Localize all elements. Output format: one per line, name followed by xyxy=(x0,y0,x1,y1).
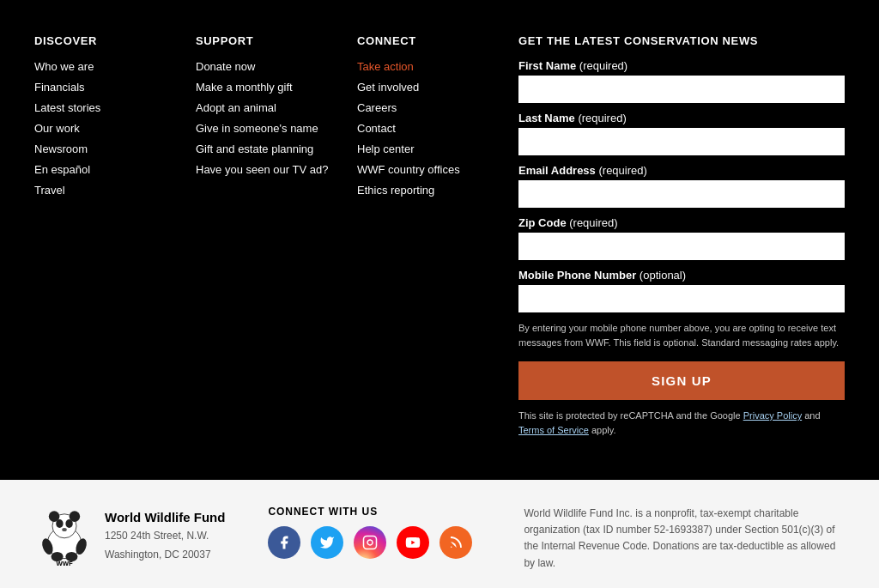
list-item: Get involved xyxy=(357,80,501,94)
list-item: Newsroom xyxy=(34,142,179,155)
org-address-line2: Washington, DC 20037 xyxy=(105,547,225,562)
support-link-donate[interactable]: Donate now xyxy=(196,60,255,73)
org-info: World Wildlife Fund 1250 24th Street, N.… xyxy=(105,510,225,562)
disclaimer-text: By entering your mobile phone number abo… xyxy=(518,321,845,349)
footer-top: DISCOVER Who we are Financials Latest st… xyxy=(0,0,879,480)
discover-column: DISCOVER Who we are Financials Latest st… xyxy=(34,34,179,437)
youtube-icon[interactable] xyxy=(397,526,429,559)
connect-link-contact[interactable]: Contact xyxy=(357,122,396,135)
signup-button[interactable]: SIGN UP xyxy=(518,361,845,400)
connect-link-country-offices[interactable]: WWF country offices xyxy=(357,163,460,176)
list-item: Careers xyxy=(357,100,501,114)
email-group: Email Address (required) xyxy=(518,164,845,208)
list-item: Travel xyxy=(34,183,179,197)
org-name: World Wildlife Fund xyxy=(105,510,225,524)
last-name-input[interactable] xyxy=(518,128,845,155)
connect-link-careers[interactable]: Careers xyxy=(357,101,397,114)
facebook-icon[interactable] xyxy=(268,526,300,559)
support-link-adopt[interactable]: Adopt an animal xyxy=(196,101,276,114)
list-item: Latest stories xyxy=(34,100,179,114)
last-name-label: Last Name (required) xyxy=(518,112,845,124)
terms-of-service-link[interactable]: Terms of Service xyxy=(518,425,589,435)
discover-links: Who we are Financials Latest stories Our… xyxy=(34,59,179,197)
connect-heading: CONNECT xyxy=(357,34,501,47)
list-item: Help center xyxy=(357,142,501,155)
list-item: Make a monthly gift xyxy=(196,80,340,94)
list-item: Have you seen our TV ad? xyxy=(196,162,340,176)
newsletter-column: GET THE LATEST CONSERVATION NEWS First N… xyxy=(518,34,845,437)
list-item: Donate now xyxy=(196,59,340,73)
connect-us-heading: CONNECT WITH US xyxy=(268,506,472,518)
list-item: Take action xyxy=(357,59,501,73)
discover-link-travel[interactable]: Travel xyxy=(34,184,65,197)
support-column: SUPPORT Donate now Make a monthly gift A… xyxy=(196,34,340,437)
social-icons xyxy=(268,526,472,559)
connect-link-take-action[interactable]: Take action xyxy=(357,60,414,73)
last-name-group: Last Name (required) xyxy=(518,112,845,155)
discover-link-who-we-are[interactable]: Who we are xyxy=(34,60,94,73)
support-link-gift-estate[interactable]: Gift and estate planning xyxy=(196,142,313,155)
connect-link-help-center[interactable]: Help center xyxy=(357,142,414,155)
list-item: Contact xyxy=(357,121,501,135)
recaptcha-text: This site is protected by reCAPTCHA and … xyxy=(518,409,845,437)
list-item: Our work xyxy=(34,121,179,135)
list-item: Ethics reporting xyxy=(357,183,501,197)
support-link-monthly[interactable]: Make a monthly gift xyxy=(196,81,293,94)
svg-point-4 xyxy=(56,519,63,528)
list-item: WWF country offices xyxy=(357,162,501,176)
first-name-input[interactable] xyxy=(518,76,845,103)
rss-icon[interactable] xyxy=(440,526,472,559)
support-heading: SUPPORT xyxy=(196,34,340,47)
discover-heading: DISCOVER xyxy=(34,34,179,47)
nonprofit-text: World Wildlife Fund Inc. is a nonprofit,… xyxy=(524,506,845,572)
discover-link-en-espanol[interactable]: En español xyxy=(34,163,90,176)
privacy-policy-link[interactable]: Privacy Policy xyxy=(743,410,802,421)
list-item: Gift and estate planning xyxy=(196,142,340,155)
discover-link-financials[interactable]: Financials xyxy=(34,81,85,94)
list-item: Give in someone's name xyxy=(196,121,340,135)
email-label: Email Address (required) xyxy=(518,164,845,177)
instagram-icon[interactable] xyxy=(354,526,386,559)
support-links: Donate now Make a monthly gift Adopt an … xyxy=(196,59,340,176)
svg-point-6 xyxy=(62,528,67,531)
newsletter-heading: GET THE LATEST CONSERVATION NEWS xyxy=(518,34,845,47)
list-item: Financials xyxy=(34,80,179,94)
phone-label: Mobile Phone Number (optional) xyxy=(518,269,845,282)
connect-link-ethics[interactable]: Ethics reporting xyxy=(357,184,434,197)
org-address-line1: 1250 24th Street, N.W. xyxy=(105,528,225,543)
list-item: En español xyxy=(34,162,179,176)
phone-group: Mobile Phone Number (optional) xyxy=(518,269,845,312)
connect-column: CONNECT Take action Get involved Careers… xyxy=(357,34,501,437)
support-link-give-name[interactable]: Give in someone's name xyxy=(196,122,318,135)
list-item: Adopt an animal xyxy=(196,100,340,114)
footer-bottom-top: WWF World Wildlife Fund 1250 24th Street… xyxy=(34,506,845,572)
support-link-tv-ad[interactable]: Have you seen our TV ad? xyxy=(196,163,328,176)
svg-point-5 xyxy=(65,519,72,528)
wwf-logo-area: WWF World Wildlife Fund 1250 24th Street… xyxy=(34,506,225,566)
svg-rect-12 xyxy=(364,536,377,549)
discover-link-latest-stories[interactable]: Latest stories xyxy=(34,101,100,114)
twitter-icon[interactable] xyxy=(311,526,343,559)
discover-link-our-work[interactable]: Our work xyxy=(34,122,80,135)
phone-input[interactable] xyxy=(518,285,845,312)
zip-group: Zip Code (required) xyxy=(518,216,845,260)
svg-point-15 xyxy=(451,547,452,549)
discover-link-newsroom[interactable]: Newsroom xyxy=(34,142,88,155)
list-item: Who we are xyxy=(34,59,179,73)
connect-link-get-involved[interactable]: Get involved xyxy=(357,81,419,94)
svg-text:WWF: WWF xyxy=(56,560,73,566)
zip-input[interactable] xyxy=(518,233,845,260)
email-input[interactable] xyxy=(518,180,845,208)
connect-us-area: CONNECT WITH US xyxy=(268,506,472,559)
first-name-label: First Name (required) xyxy=(518,59,845,72)
connect-links: Take action Get involved Careers Contact… xyxy=(357,59,501,197)
wwf-panda-logo: WWF xyxy=(34,506,94,566)
first-name-group: First Name (required) xyxy=(518,59,845,103)
footer-bottom: WWF World Wildlife Fund 1250 24th Street… xyxy=(0,480,879,588)
zip-label: Zip Code (required) xyxy=(518,216,845,229)
